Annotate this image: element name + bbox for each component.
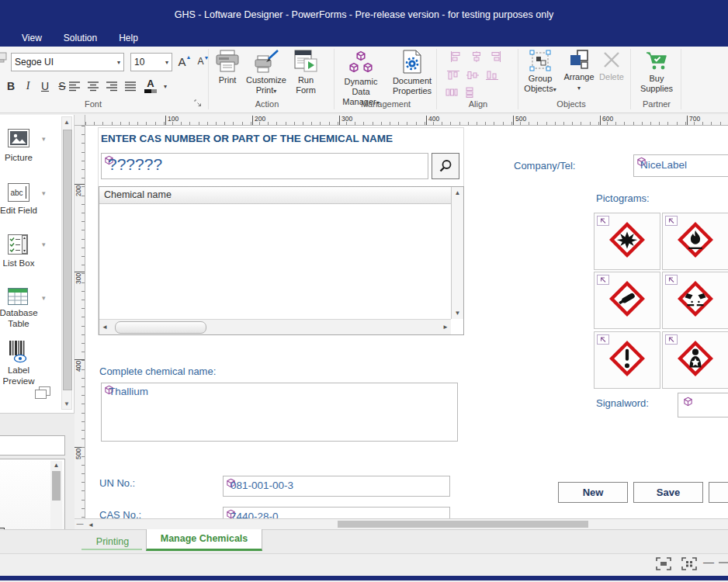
- scroll-up-icon[interactable]: ▲: [452, 189, 463, 196]
- data-cubes-icon: [347, 50, 375, 74]
- strikethrough-button[interactable]: S: [54, 78, 70, 95]
- un-field[interactable]: 081-001-00-3: [223, 476, 450, 497]
- font-color-dropdown[interactable]: ▾: [160, 78, 171, 95]
- save-button[interactable]: Save: [633, 482, 703, 503]
- zoom-to-document-icon[interactable]: [656, 557, 671, 570]
- scroll-down-icon[interactable]: ▼: [62, 400, 71, 407]
- font-size-select[interactable]: 10 ▾: [130, 53, 172, 71]
- ruler-mark: 400: [75, 359, 85, 369]
- toolbox-scrollbar[interactable]: ▲ ▼: [61, 116, 72, 410]
- edit-field-tool-icon[interactable]: abc: [8, 183, 29, 202]
- scroll-up-icon[interactable]: ▲: [62, 119, 71, 126]
- signalword-label: Signalword:: [596, 397, 649, 409]
- list-box-tool-icon[interactable]: [8, 234, 28, 255]
- chevron-down-icon: ▾: [553, 86, 556, 93]
- group-separator: [681, 49, 681, 109]
- pictogram-cell-health-hazard[interactable]: [662, 331, 728, 389]
- list-column-header[interactable]: Chemical name: [99, 187, 463, 204]
- chevron-down-icon[interactable]: ▾: [42, 294, 46, 302]
- panel-field[interactable]: [0, 435, 65, 456]
- tab-manage-chemicals[interactable]: Manage Chemicals: [146, 528, 262, 551]
- variable-cube-icon: [683, 397, 693, 407]
- toolbox-item-picture[interactable]: Picture: [0, 152, 47, 163]
- pictogram-cell-corrosive[interactable]: [662, 272, 728, 329]
- zoom-out-icon[interactable]: —: [703, 556, 714, 568]
- ruler-mark: 300: [339, 116, 352, 125]
- shrink-font-button[interactable]: A▼: [196, 53, 211, 70]
- group-label-action: Action: [213, 99, 321, 110]
- chemical-list[interactable]: Chemical name ▲ ▼ ◄ ►: [99, 186, 464, 335]
- menu-bar: View Solution Help: [0, 29, 728, 47]
- printer-icon: [214, 50, 241, 73]
- page-setup-icon[interactable]: [0, 51, 9, 64]
- list-vertical-scrollbar[interactable]: ▲ ▼: [451, 187, 463, 319]
- toolbox-item-label-preview[interactable]: Label Preview: [0, 365, 47, 386]
- dialog-launcher-icon[interactable]: [194, 99, 202, 107]
- signalword-field[interactable]: [678, 393, 728, 417]
- svg-text:abc: abc: [11, 189, 23, 197]
- align-objects-bottom-icon: [486, 70, 498, 81]
- form-header-text: ENTER CAS NUMBER OR PART OF THE CHEMICAL…: [101, 133, 393, 144]
- company-field[interactable]: NiceLabel: [633, 154, 728, 177]
- menu-help[interactable]: Help: [119, 33, 138, 43]
- new-button[interactable]: New: [558, 482, 628, 503]
- search-button[interactable]: [432, 153, 459, 179]
- delete-chemical-button[interactable]: Delete: [709, 482, 728, 503]
- toolbox-item-database-table[interactable]: Database Table: [0, 307, 47, 329]
- pictogram-cell-compressed-gas[interactable]: [594, 272, 660, 329]
- font-color-button[interactable]: A: [143, 78, 158, 96]
- scroll-right-icon[interactable]: ►: [442, 324, 449, 331]
- font-family-select[interactable]: Segoe UI ▾: [11, 53, 124, 71]
- scroll-left-icon[interactable]: ◄: [102, 324, 108, 331]
- zoom-slider[interactable]: [719, 562, 728, 563]
- grow-font-button[interactable]: A▲: [177, 53, 192, 70]
- dynamic-picture-icon: [597, 275, 609, 285]
- align-left-icon[interactable]: [68, 81, 81, 92]
- pictogram-cell-flammable[interactable]: [662, 213, 728, 270]
- align-justify-icon[interactable]: [124, 81, 137, 92]
- dynamic-picture-icon: [597, 216, 609, 226]
- pictogram-cell-explosive[interactable]: [594, 213, 660, 270]
- pages-icon[interactable]: [34, 386, 51, 400]
- ghs-explosive-pictogram: [605, 217, 650, 262]
- chevron-down-icon[interactable]: ▾: [42, 189, 46, 197]
- group-separator: [208, 49, 209, 109]
- label-preview-tool-icon[interactable]: [8, 340, 28, 363]
- toolbox-item-list-box[interactable]: List Box: [0, 258, 47, 268]
- bold-button[interactable]: B: [3, 78, 19, 95]
- dynamic-picture-icon: [665, 275, 678, 285]
- menu-view[interactable]: View: [22, 33, 42, 43]
- list-horizontal-scrollbar[interactable]: ◄ ►: [99, 319, 451, 334]
- scrollbar-thumb[interactable]: [52, 471, 61, 501]
- zoom-to-objects-icon[interactable]: [681, 557, 697, 570]
- scrollbar-thumb[interactable]: [63, 130, 72, 390]
- scrollbar-thumb[interactable]: [338, 521, 588, 528]
- scroll-up-icon[interactable]: ▲: [50, 462, 62, 469]
- menu-solution[interactable]: Solution: [64, 33, 97, 43]
- underline-button[interactable]: U: [37, 78, 53, 95]
- status-bar: —: [0, 553, 728, 576]
- search-icon: [439, 159, 452, 173]
- chevron-down-icon[interactable]: ▾: [42, 135, 46, 143]
- pictogram-cell-exclamation[interactable]: [594, 331, 660, 389]
- align-right-icon[interactable]: [106, 81, 118, 92]
- scrollbar-thumb[interactable]: [115, 321, 206, 334]
- scroll-down-icon[interactable]: ▼: [452, 310, 463, 317]
- ruler-mark: 100: [165, 116, 179, 125]
- toolbox-item-edit-field[interactable]: Edit Field: [0, 205, 47, 216]
- font-size-value: 10: [134, 57, 144, 68]
- group-label-management: Management: [337, 99, 435, 110]
- complete-name-textarea[interactable]: Thallium: [101, 383, 458, 442]
- canvas-horizontal-scrollbar[interactable]: ◄: [85, 518, 728, 529]
- scroll-corner: —: [75, 518, 85, 529]
- align-center-icon[interactable]: [87, 81, 99, 92]
- scroll-left-icon[interactable]: ◄: [88, 521, 94, 528]
- ruler-mark: 400: [426, 116, 439, 125]
- chevron-down-icon[interactable]: ▾: [42, 241, 46, 248]
- italic-button[interactable]: I: [20, 78, 36, 95]
- cas-search-input[interactable]: ??????: [101, 153, 428, 179]
- database-table-tool-icon[interactable]: [8, 288, 28, 305]
- group-objects-icon: [529, 50, 551, 71]
- tab-printing[interactable]: Printing: [82, 533, 143, 550]
- picture-tool-icon[interactable]: [8, 129, 29, 147]
